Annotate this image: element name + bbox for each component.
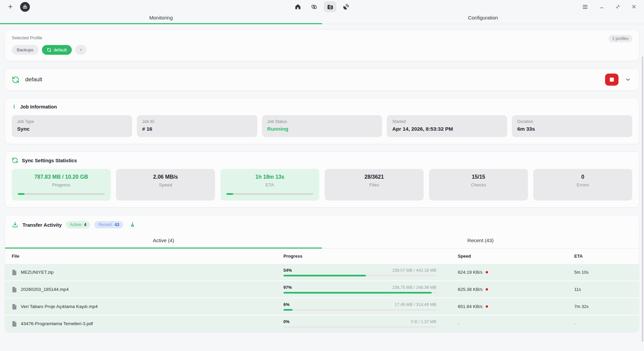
add-profile-button[interactable]: + <box>75 45 87 55</box>
sync-icon <box>12 76 19 84</box>
field-label: Duration <box>517 119 627 124</box>
eta-value: 7m 32s <box>564 304 632 309</box>
restore-button[interactable] <box>614 3 622 11</box>
progress-percent: 0% <box>283 319 289 324</box>
profile-chip-label: Backups <box>17 47 34 52</box>
speed-value: 651.84 KB/s <box>458 304 483 309</box>
stat-label: Files <box>331 182 418 187</box>
field-label: Job Type <box>17 119 127 124</box>
tab-active-transfers[interactable]: Active (4) <box>5 237 322 249</box>
job-information-card: i Job Information Job Type Sync Job ID #… <box>5 98 639 144</box>
eta-value: - <box>564 321 632 326</box>
field-value: Sync <box>17 126 127 132</box>
stat-value: 2.06 MB/s <box>122 174 209 180</box>
transfer-activity-title: Transfer Activity <box>22 222 62 228</box>
job-name: default <box>25 76 42 83</box>
download-icon <box>12 221 18 228</box>
sync-statistics-title: Sync Settings Statistics <box>22 158 77 163</box>
column-header-eta: ETA <box>564 254 632 259</box>
column-header-speed: Speed <box>448 254 564 259</box>
tab-monitoring[interactable]: Monitoring <box>0 13 322 24</box>
job-id-field: Job ID # 16 <box>137 115 257 137</box>
profile-chip-label: default <box>54 47 67 52</box>
profile-chip-default[interactable]: default <box>42 45 72 55</box>
speed-indicator-dot <box>486 288 488 291</box>
job-row-default[interactable]: default <box>5 69 639 91</box>
nav-home-button[interactable] <box>291 1 304 12</box>
progress-percent: 97% <box>283 285 292 290</box>
vertical-scrollbar[interactable] <box>642 56 643 342</box>
progress-bar <box>226 193 313 195</box>
stat-value: 787.83 MB / 10.20 GB <box>18 174 105 180</box>
speed-indicator-dot <box>486 305 488 308</box>
progress-size: 17.45 MB / 314.49 MB <box>395 302 436 307</box>
knot-link-icon <box>311 3 318 10</box>
job-duration-field: Duration 6m 33s <box>512 115 632 137</box>
speed-value: 624.19 KB/s <box>458 270 483 275</box>
info-icon: i <box>12 104 16 110</box>
chevron-down-icon <box>625 77 631 83</box>
stat-eta: 1h 18m 13s ETA <box>220 169 319 201</box>
progress-bar <box>18 193 105 195</box>
nav-sync-jobs-button[interactable] <box>324 1 336 12</box>
job-type-field: Job Type Sync <box>12 115 132 137</box>
file-icon <box>12 269 17 275</box>
table-row[interactable]: 43476-Programlama Temelleri-3.pdf 0% 0 B… <box>5 315 639 332</box>
table-row[interactable]: 20260203_185144.mp4 97% 238.75 MB / 246.… <box>5 280 639 298</box>
progress-bar <box>283 309 436 311</box>
status-badge: Running <box>267 126 377 132</box>
file-name: 43476-Programlama Temelleri-3.pdf <box>21 321 93 326</box>
transfer-table-header: File Progress Speed ETA <box>5 249 639 263</box>
home-icon <box>294 3 301 10</box>
tab-configuration[interactable]: Configuration <box>322 13 644 24</box>
progress-percent: 54% <box>283 268 292 273</box>
field-value: 6m 33s <box>517 126 627 132</box>
column-header-progress: Progress <box>283 254 448 259</box>
stat-errors: 0 Errors <box>533 169 632 201</box>
table-row[interactable]: MEZUNIYET.zip 54% 238.07 MB / 442.18 MB … <box>5 263 639 280</box>
rclone-knot-icon <box>22 4 28 10</box>
nav-network-button[interactable] <box>340 1 353 12</box>
recent-count-badge: Recent: 43 <box>94 221 123 228</box>
stat-files: 28/3621 Files <box>325 169 424 201</box>
nav-remotes-button[interactable] <box>308 1 320 12</box>
selected-profile-card: Selected Profile 2 profiles Backups defa… <box>5 30 639 61</box>
expand-job-button[interactable] <box>624 75 632 84</box>
broom-icon <box>129 221 136 228</box>
page-tabs: Monitoring Configuration <box>0 13 644 24</box>
stat-label: Checks <box>435 182 522 187</box>
file-icon <box>12 304 17 310</box>
minimize-button[interactable] <box>598 3 606 11</box>
restore-icon <box>615 4 621 9</box>
badge-label: Recent: <box>98 222 113 227</box>
speed-value: - <box>458 321 460 326</box>
plus-icon: + <box>79 47 82 52</box>
stat-label: Errors <box>539 182 626 187</box>
hamburger-icon <box>582 4 588 10</box>
file-name: 20260203_185144.mp4 <box>21 287 69 292</box>
new-tab-button[interactable] <box>6 2 15 11</box>
main-nav <box>291 0 353 13</box>
tab-recent-transfers[interactable]: Recent (43) <box>322 237 639 249</box>
progress-bar <box>283 275 436 276</box>
profile-chip-backups[interactable]: Backups <box>12 45 39 55</box>
file-name: Veri Tabanı Proje Açıklama Kaydı.mp4 <box>21 304 98 309</box>
progress-bar <box>283 292 436 294</box>
badge-value: 43 <box>115 222 119 227</box>
close-button[interactable] <box>630 3 638 11</box>
close-icon <box>631 4 637 9</box>
clear-transfers-button[interactable] <box>128 221 137 229</box>
eta-value: 5m 10s <box>564 270 632 275</box>
stat-label: Speed <box>122 182 209 187</box>
speed-value: 625.38 KB/s <box>458 287 483 292</box>
eta-value: 11s <box>564 287 632 292</box>
stat-speed: 2.06 MB/s Speed <box>116 169 215 201</box>
app-logo-avatar[interactable] <box>20 2 30 12</box>
stop-job-button[interactable] <box>605 74 619 86</box>
stat-value: 0 <box>539 174 626 180</box>
titlebar <box>0 0 644 13</box>
stat-value: 1h 18m 13s <box>226 174 313 180</box>
menu-button[interactable] <box>581 2 590 11</box>
progress-size: 0 B / 1.37 MB <box>411 319 436 324</box>
table-row[interactable]: Veri Tabanı Proje Açıklama Kaydı.mp4 6% … <box>5 298 639 315</box>
